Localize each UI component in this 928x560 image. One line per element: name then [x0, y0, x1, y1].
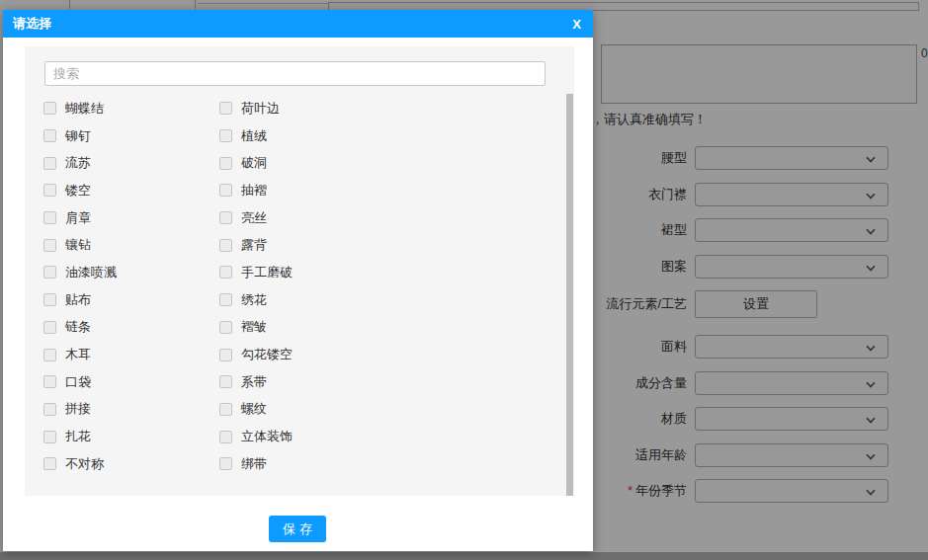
checkbox[interactable] [219, 266, 232, 279]
option-item[interactable]: 抽褶 [219, 182, 548, 200]
dialog-title: 请选择 [13, 15, 51, 33]
option-item[interactable]: 亮丝 [219, 209, 548, 227]
option-item[interactable]: 立体装饰 [219, 428, 548, 445]
option-item[interactable]: 流苏 [43, 154, 219, 172]
option-item[interactable]: 拼接 [43, 400, 219, 418]
checkbox[interactable] [43, 102, 56, 115]
checkbox[interactable] [43, 403, 56, 416]
checkbox[interactable] [43, 239, 56, 252]
option-item[interactable]: 肩章 [43, 209, 219, 227]
option-label: 贴布 [65, 291, 91, 309]
option-item[interactable]: 蝴蝶结 [43, 100, 219, 118]
checkbox[interactable] [219, 239, 232, 252]
checkbox[interactable] [219, 211, 232, 224]
option-item[interactable]: 贴布 [43, 291, 219, 309]
option-label: 荷叶边 [241, 100, 280, 118]
option-label: 绣花 [241, 291, 267, 309]
option-label: 不对称 [65, 455, 104, 473]
option-label: 铆钉 [65, 127, 91, 145]
options-grid: 蝴蝶结 荷叶边 铆钉 植绒 流苏 [43, 95, 548, 478]
option-label: 肩章 [65, 209, 91, 227]
option-item[interactable]: 木耳 [43, 346, 219, 363]
option-label: 镂空 [65, 182, 91, 200]
close-icon[interactable]: X [572, 18, 581, 31]
checkbox[interactable] [219, 349, 232, 361]
option-label: 亮丝 [241, 209, 267, 227]
scrollbar-thumb[interactable] [566, 94, 573, 496]
checkbox[interactable] [219, 184, 232, 197]
option-label: 流苏 [65, 154, 91, 172]
option-label: 蝴蝶结 [65, 100, 104, 118]
checkbox[interactable] [43, 293, 56, 306]
checkbox[interactable] [43, 129, 56, 142]
option-label: 破洞 [241, 154, 267, 172]
checkbox[interactable] [43, 157, 56, 170]
option-item[interactable]: 螺纹 [219, 400, 548, 418]
option-label: 绑带 [241, 455, 267, 473]
checkbox[interactable] [219, 375, 232, 388]
checkbox[interactable] [43, 321, 56, 334]
checkbox[interactable] [43, 431, 56, 443]
option-item[interactable]: 系带 [219, 373, 548, 391]
option-item[interactable]: 植绒 [219, 127, 548, 145]
option-item[interactable]: 露背 [219, 236, 548, 254]
checkbox[interactable] [43, 349, 56, 361]
option-label: 褶皱 [241, 318, 267, 336]
checkbox[interactable] [219, 157, 232, 170]
option-label: 抽褶 [241, 182, 267, 200]
option-label: 立体装饰 [241, 428, 293, 445]
dialog-titlebar: 请选择 X [3, 10, 593, 38]
option-item[interactable]: 破洞 [219, 154, 548, 172]
checkbox[interactable] [219, 431, 232, 443]
option-item[interactable]: 口袋 [43, 373, 219, 391]
option-label: 系带 [241, 373, 267, 391]
option-label: 链条 [65, 318, 91, 336]
option-item[interactable]: 勾花镂空 [219, 346, 548, 363]
checkbox[interactable] [43, 375, 56, 388]
option-item[interactable]: 链条 [43, 318, 219, 336]
option-label: 扎花 [65, 428, 91, 445]
option-item[interactable]: 镶钻 [43, 236, 219, 254]
checkbox[interactable] [219, 129, 232, 142]
checkbox[interactable] [219, 457, 232, 470]
checkbox[interactable] [43, 184, 56, 197]
option-label: 螺纹 [241, 400, 267, 418]
checkbox[interactable] [219, 403, 232, 416]
checkbox[interactable] [43, 266, 56, 279]
option-item[interactable]: 绣花 [219, 291, 548, 309]
save-button[interactable]: 保存 [269, 516, 326, 542]
option-item[interactable]: 荷叶边 [219, 100, 548, 118]
select-dialog: 请选择 X 蝴蝶结 荷叶边 铆钉 [3, 10, 593, 551]
option-label: 口袋 [65, 373, 91, 391]
option-item[interactable]: 镂空 [43, 182, 219, 200]
option-label: 木耳 [65, 346, 91, 363]
checkbox[interactable] [43, 211, 56, 224]
option-label: 拼接 [65, 400, 91, 418]
checkbox[interactable] [219, 293, 232, 306]
option-label: 植绒 [241, 127, 267, 145]
option-item[interactable]: 油漆喷溅 [43, 264, 219, 281]
option-item[interactable]: 绑带 [219, 455, 548, 473]
checkbox[interactable] [219, 102, 232, 115]
option-label: 镶钻 [65, 236, 91, 254]
options-panel: 蝴蝶结 荷叶边 铆钉 植绒 流苏 [25, 46, 574, 496]
option-label: 勾花镂空 [241, 346, 293, 363]
option-item[interactable]: 褶皱 [219, 318, 548, 336]
option-item[interactable]: 不对称 [43, 455, 219, 473]
option-label: 油漆喷溅 [65, 264, 117, 281]
option-item[interactable]: 铆钉 [43, 127, 219, 145]
search-input[interactable] [44, 61, 546, 86]
option-label: 露背 [241, 236, 267, 254]
option-label: 手工磨破 [241, 264, 293, 281]
checkbox[interactable] [219, 321, 232, 334]
checkbox[interactable] [43, 457, 56, 470]
option-item[interactable]: 扎花 [43, 428, 219, 445]
scrollbar[interactable] [566, 94, 573, 496]
option-item[interactable]: 手工磨破 [219, 264, 548, 281]
